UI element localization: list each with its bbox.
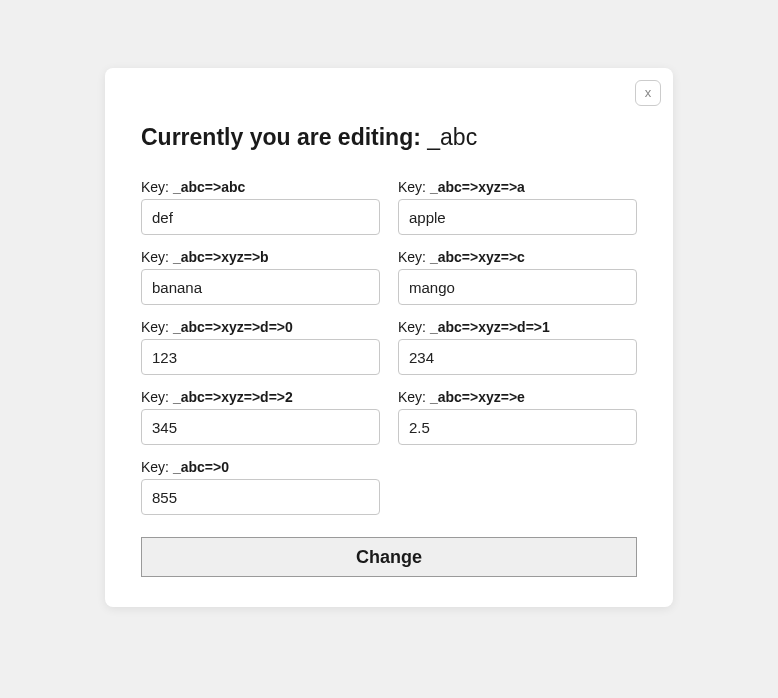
field-row: Key: _abc=>xyz=>d=>0 xyxy=(141,319,380,375)
label-prefix: Key: xyxy=(141,459,173,475)
label-prefix: Key: xyxy=(141,249,173,265)
field-label: Key: _abc=>xyz=>d=>0 xyxy=(141,319,380,335)
field-input[interactable] xyxy=(398,199,637,235)
label-path: _abc=>abc xyxy=(173,179,245,195)
fields-grid: Key: _abc=>abc Key: _abc=>xyz=>a Key: _a… xyxy=(141,179,637,515)
label-prefix: Key: xyxy=(398,389,430,405)
label-prefix: Key: xyxy=(398,249,430,265)
label-prefix: Key: xyxy=(141,319,173,335)
field-label: Key: _abc=>abc xyxy=(141,179,380,195)
field-row: Key: _abc=>xyz=>b xyxy=(141,249,380,305)
label-path: _abc=>xyz=>d=>0 xyxy=(173,319,293,335)
field-label: Key: _abc=>xyz=>d=>2 xyxy=(141,389,380,405)
label-path: _abc=>xyz=>c xyxy=(430,249,525,265)
edit-modal: x Currently you are editing: _abc Key: _… xyxy=(105,68,673,607)
field-label: Key: _abc=>xyz=>d=>1 xyxy=(398,319,637,335)
field-label: Key: _abc=>xyz=>e xyxy=(398,389,637,405)
field-row: Key: _abc=>xyz=>c xyxy=(398,249,637,305)
field-label: Key: _abc=>xyz=>c xyxy=(398,249,637,265)
label-prefix: Key: xyxy=(398,179,430,195)
label-path: _abc=>xyz=>e xyxy=(430,389,525,405)
field-label: Key: _abc=>0 xyxy=(141,459,380,475)
title-separator: : xyxy=(413,124,427,150)
title-target: _abc xyxy=(427,124,477,150)
field-row: Key: _abc=>0 xyxy=(141,459,380,515)
label-path: _abc=>xyz=>b xyxy=(173,249,269,265)
field-label: Key: _abc=>xyz=>a xyxy=(398,179,637,195)
field-input[interactable] xyxy=(141,199,380,235)
label-path: _abc=>xyz=>d=>2 xyxy=(173,389,293,405)
field-input[interactable] xyxy=(398,409,637,445)
change-button[interactable]: Change xyxy=(141,537,637,577)
field-row: Key: _abc=>xyz=>a xyxy=(398,179,637,235)
label-prefix: Key: xyxy=(141,179,173,195)
modal-title: Currently you are editing: _abc xyxy=(141,124,637,151)
field-input[interactable] xyxy=(141,479,380,515)
field-input[interactable] xyxy=(141,409,380,445)
field-label: Key: _abc=>xyz=>b xyxy=(141,249,380,265)
field-input[interactable] xyxy=(398,269,637,305)
field-row: Key: _abc=>xyz=>d=>2 xyxy=(141,389,380,445)
label-path: _abc=>xyz=>d=>1 xyxy=(430,319,550,335)
field-row: Key: _abc=>xyz=>e xyxy=(398,389,637,445)
label-path: _abc=>xyz=>a xyxy=(430,179,525,195)
field-row: Key: _abc=>xyz=>d=>1 xyxy=(398,319,637,375)
label-prefix: Key: xyxy=(141,389,173,405)
label-prefix: Key: xyxy=(398,319,430,335)
field-row: Key: _abc=>abc xyxy=(141,179,380,235)
label-path: _abc=>0 xyxy=(173,459,229,475)
field-input[interactable] xyxy=(141,339,380,375)
title-prefix: Currently you are editing xyxy=(141,124,413,150)
field-input[interactable] xyxy=(398,339,637,375)
field-input[interactable] xyxy=(141,269,380,305)
close-button[interactable]: x xyxy=(635,80,661,106)
